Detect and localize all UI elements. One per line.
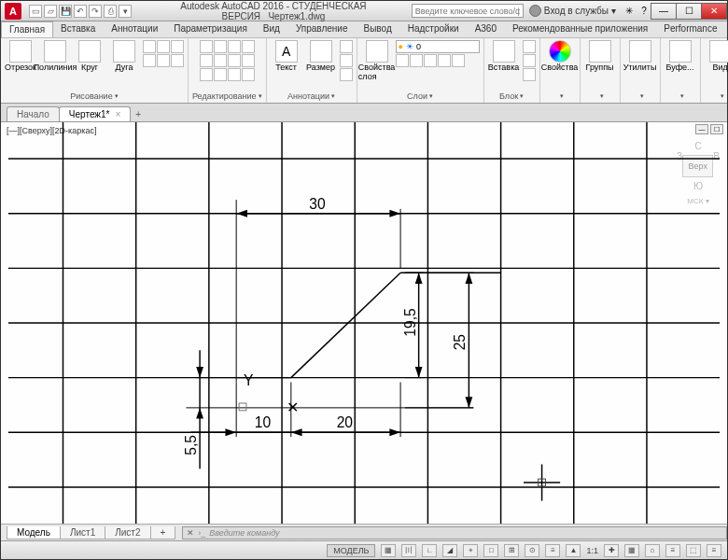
help-search-input[interactable]: [412, 4, 524, 18]
dim-20: 20: [337, 414, 354, 430]
qat-undo-icon[interactable]: ↶: [74, 5, 87, 18]
new-tab-button[interactable]: +: [130, 107, 147, 121]
svg-marker-49: [196, 408, 203, 419]
modify-tools[interactable]: [200, 40, 255, 81]
status-clean-icon[interactable]: ⬚: [686, 544, 701, 557]
tab-performance[interactable]: Performance: [656, 21, 725, 37]
arc-button[interactable]: Дуга: [108, 40, 140, 72]
tab-annotate[interactable]: Аннотации: [104, 21, 166, 37]
panel-layers-label[interactable]: Слои: [407, 91, 433, 101]
status-polar-icon[interactable]: ◢: [442, 544, 457, 557]
panel-view-label[interactable]: [716, 91, 724, 101]
tab-home[interactable]: Главная: [1, 21, 53, 37]
qat-open-icon[interactable]: ▱: [44, 5, 57, 18]
tab-manage[interactable]: Управление: [288, 21, 357, 37]
qat-new-icon[interactable]: ▭: [29, 5, 42, 18]
text-button[interactable]: AТекст: [271, 40, 302, 72]
svg-marker-27: [415, 273, 423, 284]
status-customize-icon[interactable]: ≡: [707, 544, 721, 557]
status-workspace-icon[interactable]: ▦: [624, 544, 639, 557]
dimension-button[interactable]: Размер: [305, 40, 337, 72]
status-monitor-icon[interactable]: ⌂: [645, 544, 660, 557]
tab-featured[interactable]: Рекомендованные приложения: [505, 21, 656, 37]
status-anno-icon[interactable]: ▲: [566, 544, 581, 557]
maximize-button[interactable]: ☐: [676, 3, 702, 20]
panel-block: Вставка Блок: [484, 38, 540, 103]
drawing-svg: 30 19,5 25 10: [1, 122, 727, 524]
tab-insert[interactable]: Вставка: [53, 21, 104, 37]
panel-groups-label[interactable]: [595, 91, 604, 101]
close-tab-icon[interactable]: ×: [115, 109, 120, 119]
circle-button[interactable]: Круг: [74, 40, 105, 72]
close-button[interactable]: ✕: [701, 3, 727, 20]
panel-draw: Отрезок Полилиния Круг Дуга Рисование: [1, 38, 189, 103]
panel-props-label[interactable]: [555, 91, 564, 101]
qat-redo-icon[interactable]: ↷: [89, 5, 102, 18]
panel-annotation: AТекст Размер Аннотации: [267, 38, 357, 103]
sign-in-button[interactable]: Вход в службы ▾: [529, 5, 616, 17]
qat-save-icon[interactable]: 💾: [59, 5, 72, 18]
cmd-close-icon[interactable]: ✕: [187, 528, 194, 538]
utilities-button[interactable]: Утилиты: [624, 40, 656, 72]
status-lwt-icon[interactable]: ⊞: [504, 544, 519, 557]
polyline-button[interactable]: Полилиния: [39, 40, 71, 72]
panel-block-label[interactable]: Блок: [499, 91, 524, 101]
insert-block-button[interactable]: Вставка: [488, 40, 520, 72]
layout-add-button[interactable]: +: [150, 526, 176, 539]
tab-parametric[interactable]: Параметризация: [166, 21, 256, 37]
svg-marker-48: [196, 367, 203, 378]
dim-30: 30: [309, 196, 326, 212]
drawing-canvas[interactable]: [—][Сверху][2D-каркас] — ☐ С ЗВерхВ Ю МС…: [1, 122, 727, 524]
exchange-icon[interactable]: ✳: [622, 6, 637, 16]
line-button[interactable]: Отрезок: [5, 40, 36, 72]
status-ortho-icon[interactable]: ∟: [422, 544, 437, 557]
layer-dropdown[interactable]: ●☀0: [396, 40, 480, 53]
app-logo-icon[interactable]: A: [5, 3, 21, 20]
window-title: Autodesk AutoCAD 2016 - СТУДЕНЧЕСКАЯ ВЕР…: [135, 1, 412, 21]
doc-tab-drawing1[interactable]: Чертеж1*×: [59, 106, 131, 121]
svg-marker-33: [465, 397, 472, 408]
status-cycle-icon[interactable]: ≡: [545, 544, 560, 557]
panel-utilities: Утилиты: [621, 38, 661, 103]
status-scale[interactable]: 1:1: [586, 546, 598, 555]
status-model-button[interactable]: МОДЕЛЬ: [327, 544, 375, 557]
help-icon[interactable]: ?: [637, 6, 651, 16]
block-tools[interactable]: [523, 40, 536, 81]
clipboard-button[interactable]: Буфе...: [665, 40, 696, 72]
panel-viewmode: Вид: [701, 38, 728, 103]
tab-a360[interactable]: A360: [468, 21, 505, 37]
tab-view[interactable]: Вид: [256, 21, 288, 37]
groups-button[interactable]: Группы: [584, 40, 616, 72]
qat-print-icon[interactable]: ⎙: [104, 5, 117, 18]
panel-modify-label[interactable]: Редактирование: [192, 91, 262, 101]
status-isolate-icon[interactable]: ≡: [665, 544, 680, 557]
layer-props-button[interactable]: Свойства слоя: [361, 40, 393, 81]
layout-tab-model[interactable]: Модель: [7, 526, 61, 539]
status-osnap-icon[interactable]: ⌖: [463, 544, 478, 557]
panel-clip-label[interactable]: [676, 91, 684, 101]
status-grid-icon[interactable]: ▦: [381, 544, 396, 557]
layout-tab-sheet2[interactable]: Лист2: [105, 526, 150, 539]
layout-tab-sheet1[interactable]: Лист1: [60, 526, 105, 539]
minimize-button[interactable]: —: [651, 3, 677, 20]
command-line-input[interactable]: ✕ ›_ Введите команду: [182, 526, 727, 539]
status-snap-icon[interactable]: 〣: [401, 544, 416, 557]
status-gear-icon[interactable]: ✚: [604, 544, 619, 557]
properties-button[interactable]: Свойства: [544, 40, 576, 72]
panel-draw-label[interactable]: Рисование: [70, 91, 118, 101]
annot-small[interactable]: [340, 40, 353, 81]
view-button[interactable]: Вид: [705, 40, 728, 72]
layer-tools[interactable]: [396, 54, 480, 67]
panel-clipboard: Буфе...: [661, 38, 701, 103]
panel-annot-label[interactable]: Аннотации: [287, 91, 335, 101]
panel-util-label[interactable]: [636, 91, 644, 101]
draw-small-tools[interactable]: [143, 40, 184, 67]
window-controls: — ☐ ✕: [651, 3, 727, 20]
tab-addins[interactable]: Надстройки: [400, 21, 468, 37]
status-otrack-icon[interactable]: □: [483, 544, 498, 557]
tab-output[interactable]: Вывод: [357, 21, 400, 37]
doc-tab-start[interactable]: Начало: [7, 106, 60, 121]
qat-more-icon[interactable]: ▾: [119, 5, 132, 18]
titlebar: A ▭ ▱ 💾 ↶ ↷ ⎙ ▾ Autodesk AutoCAD 2016 - …: [1, 1, 727, 21]
status-transparency-icon[interactable]: ⊙: [525, 544, 539, 557]
